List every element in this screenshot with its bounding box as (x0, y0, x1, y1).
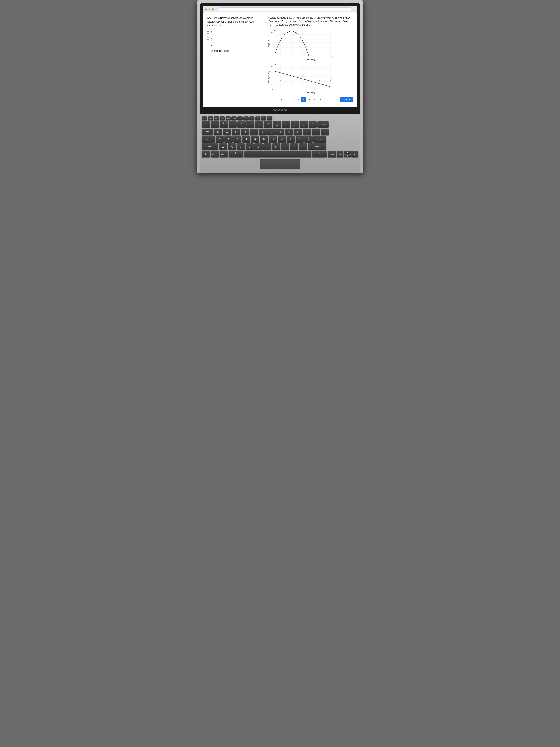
page-1-button[interactable]: 1 (285, 97, 289, 102)
key-f9[interactable]: ⏭F9 (249, 117, 255, 121)
key-x[interactable]: X (228, 144, 236, 150)
key-cmd-left[interactable]: ⌘command (229, 151, 243, 157)
key-i[interactable]: I (276, 129, 285, 135)
page-6-button[interactable]: 6 (313, 97, 317, 102)
prev-page-button[interactable]: ◄ (279, 97, 284, 102)
radio-1[interactable] (207, 37, 209, 40)
key-4[interactable]: $4 (237, 121, 245, 128)
next-button[interactable]: Next ► (340, 97, 353, 102)
key-t[interactable]: T (250, 129, 258, 135)
key-minus[interactable]: _- (300, 121, 308, 128)
key-semicolon[interactable]: :; (296, 136, 304, 143)
key-v[interactable]: V (245, 144, 254, 150)
option-4[interactable]: 4 (207, 31, 259, 34)
key-8[interactable]: *8 (273, 121, 281, 128)
key-slash[interactable]: ?/ (299, 144, 307, 150)
key-cmd-right[interactable]: ⌘command (312, 151, 327, 157)
minimize-dot[interactable] (209, 8, 210, 10)
radio-4[interactable] (207, 31, 209, 34)
key-f10[interactable]: 🔇F10 (255, 117, 260, 121)
key-f[interactable]: F (242, 136, 250, 143)
key-rbracket[interactable]: }] (312, 129, 320, 135)
key-h[interactable]: H (260, 136, 268, 143)
key-c[interactable]: C (237, 144, 245, 150)
key-0[interactable]: )0 (291, 121, 299, 128)
key-backspace[interactable]: delete (317, 121, 328, 128)
key-q[interactable]: Q (214, 129, 222, 135)
page-4-button[interactable]: 4 (301, 97, 306, 102)
key-up[interactable]: ▲ (344, 151, 351, 154)
key-enter[interactable]: return (313, 136, 326, 143)
key-2[interactable]: @2 (220, 121, 228, 128)
page-5-button[interactable]: 5 (307, 97, 312, 102)
key-o[interactable]: O (285, 129, 293, 135)
key-shift-right[interactable]: shift (308, 144, 326, 150)
key-f4[interactable]: ⠿F4 (220, 117, 225, 121)
key-9[interactable]: (9 (282, 121, 290, 128)
key-down[interactable]: ▼ (344, 154, 351, 157)
key-r[interactable]: R (241, 129, 249, 135)
trackpad[interactable] (260, 159, 300, 169)
key-b[interactable]: B (255, 144, 263, 150)
key-fn-bottom[interactable]: fn (202, 151, 210, 157)
key-backtick[interactable]: ~` (202, 121, 210, 128)
key-n[interactable]: N (263, 144, 271, 150)
key-y[interactable]: Y (259, 129, 267, 135)
page-10-button[interactable]: 10 (335, 97, 340, 102)
key-caps[interactable]: caps lock (202, 136, 215, 143)
key-f2[interactable]: ☀F2 (208, 117, 213, 121)
url-bar[interactable] (219, 7, 351, 11)
key-f5[interactable]: 💡F5 (225, 117, 231, 121)
key-m[interactable]: M (272, 144, 281, 150)
option-cannot[interactable]: cannot be found (207, 49, 259, 53)
key-tab[interactable]: tab (202, 129, 213, 135)
key-quote[interactable]: "' (304, 136, 313, 143)
key-option-left[interactable]: option (220, 151, 228, 157)
key-control[interactable]: control (211, 151, 219, 157)
key-lbracket[interactable]: {[ (303, 129, 311, 135)
key-backslash[interactable]: |\ (321, 129, 329, 135)
option-1[interactable]: 1 (207, 37, 259, 41)
radio-0[interactable] (207, 44, 209, 46)
key-u[interactable]: U (267, 129, 275, 135)
key-f12[interactable]: 🔊F12 (267, 117, 272, 121)
key-f8[interactable]: ⏯F8 (243, 117, 248, 121)
key-6[interactable]: ^6 (255, 121, 263, 128)
key-space[interactable] (244, 151, 312, 157)
key-3[interactable]: #3 (229, 121, 237, 128)
key-g[interactable]: G (251, 136, 259, 143)
page-9-button[interactable]: 9 (329, 97, 334, 102)
option-0[interactable]: 0 (207, 43, 259, 47)
key-k[interactable]: K (278, 136, 286, 143)
page-7-button[interactable]: 7 (318, 97, 323, 102)
key-f6[interactable]: 🌙F6 (232, 117, 237, 121)
key-left[interactable]: ◄ (337, 151, 343, 157)
page-8-button[interactable]: 8 (323, 97, 328, 102)
key-j[interactable]: J (269, 136, 277, 143)
key-option-right[interactable]: option (328, 151, 336, 157)
key-p[interactable]: P (294, 129, 302, 135)
key-f3[interactable]: ⊞F3 (214, 117, 219, 121)
key-comma[interactable]: <, (281, 144, 289, 150)
close-dot[interactable] (205, 8, 207, 10)
key-f11[interactable]: 🔉F11 (261, 117, 266, 121)
key-equals[interactable]: += (309, 121, 317, 128)
key-5[interactable]: %5 (246, 121, 255, 128)
key-shift-left[interactable]: shift (202, 144, 218, 150)
page-3-button[interactable]: 3 (296, 97, 300, 102)
key-7[interactable]: &7 (264, 121, 272, 128)
key-s[interactable]: S (224, 136, 233, 143)
key-w[interactable]: W (223, 129, 231, 135)
key-z[interactable]: Z (219, 144, 227, 150)
key-fn[interactable]: 🔆F1 (202, 117, 207, 121)
key-e[interactable]: E (232, 129, 240, 135)
key-period[interactable]: >. (290, 144, 298, 150)
key-right[interactable]: ► (351, 151, 358, 157)
page-2-button[interactable]: 2 (290, 97, 295, 102)
key-l[interactable]: L (287, 136, 295, 143)
maximize-dot[interactable] (212, 8, 214, 10)
key-a[interactable]: A (216, 136, 224, 143)
key-d[interactable]: D (233, 136, 241, 143)
radio-cannot[interactable] (207, 50, 209, 52)
key-f7[interactable]: ⏮F7 (237, 117, 243, 121)
